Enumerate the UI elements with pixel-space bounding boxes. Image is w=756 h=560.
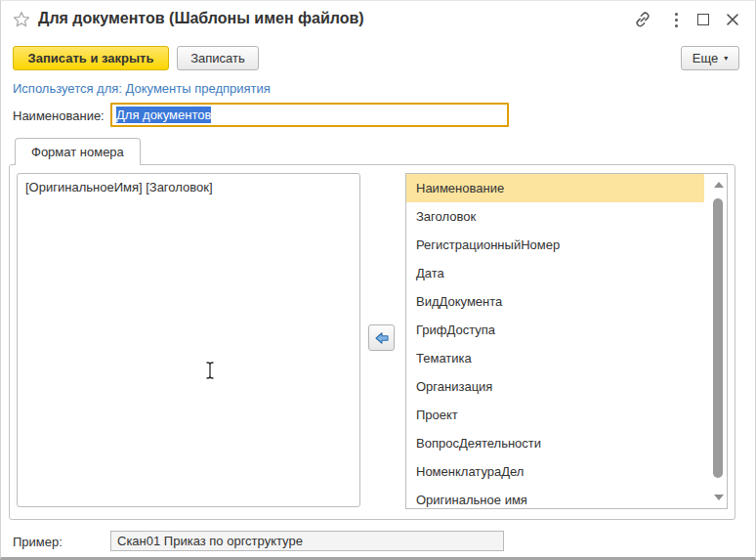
list-item[interactable]: Заголовок [406, 202, 704, 231]
window-title: Для документов (Шаблоны имен файлов) [38, 10, 364, 27]
scrollbar-thumb[interactable] [713, 198, 723, 478]
list-item[interactable]: Проект [406, 401, 704, 429]
list-item[interactable]: Наименование [406, 174, 704, 202]
scroll-up-icon[interactable] [714, 182, 724, 188]
more-button[interactable]: Еще ▾ [681, 46, 739, 70]
save-and-close-label: Записать и закрыть [28, 51, 154, 65]
more-label: Еще [693, 51, 718, 65]
template-text-editor[interactable]: [ОригинальноеИмя] [Заголовок] [17, 173, 360, 507]
save-label: Записать [190, 51, 245, 65]
title-bar: Для документов (Шаблоны имен файлов) [1, 1, 755, 38]
list-item[interactable]: Тематика [406, 344, 704, 372]
favorite-star-icon[interactable] [12, 10, 31, 29]
used-for-link[interactable]: Используется для: Документы предприятия [13, 81, 271, 96]
example-label: Пример: [13, 535, 63, 549]
example-value: Скан01 Приказ по оргструктуре [117, 534, 303, 548]
maximize-icon[interactable] [693, 9, 714, 30]
list-item[interactable]: НоменклатураДел [406, 457, 704, 486]
tab-number-format[interactable]: Формат номера [15, 138, 141, 165]
dialog-window: Для документов (Шаблоны имен файлов) Зап… [0, 0, 756, 560]
list-item[interactable]: ВидДокумента [406, 287, 704, 316]
name-input[interactable]: Для документов [110, 103, 509, 127]
scroll-down-icon[interactable] [714, 495, 724, 500]
list-item[interactable]: ГрифДоступа [406, 316, 704, 344]
save-button[interactable]: Записать [177, 46, 259, 70]
list-scrollbar[interactable] [711, 175, 726, 507]
list-item[interactable]: Организация [406, 372, 704, 401]
available-fields-list: Наименование Заголовок РегистрационныйНо… [405, 173, 728, 509]
kebab-menu-icon[interactable] [665, 9, 687, 30]
name-field-label: Наименование: [13, 108, 105, 123]
insert-field-button[interactable] [368, 324, 395, 351]
name-input-selected-text: Для документов [116, 107, 211, 123]
chevron-down-icon: ▾ [724, 55, 728, 63]
save-and-close-button[interactable]: Записать и закрыть [13, 46, 169, 70]
list-item[interactable]: ВопросДеятельности [406, 429, 704, 457]
example-value-field: Скан01 Приказ по оргструктуре [110, 531, 504, 551]
get-link-icon[interactable] [632, 9, 653, 30]
close-icon[interactable] [722, 9, 743, 30]
list-item[interactable]: Оригинальное имя [406, 486, 704, 509]
list-item[interactable]: Дата [406, 259, 704, 287]
list-item[interactable]: РегистрационныйНомер [406, 231, 704, 259]
arrow-left-icon [373, 329, 391, 347]
